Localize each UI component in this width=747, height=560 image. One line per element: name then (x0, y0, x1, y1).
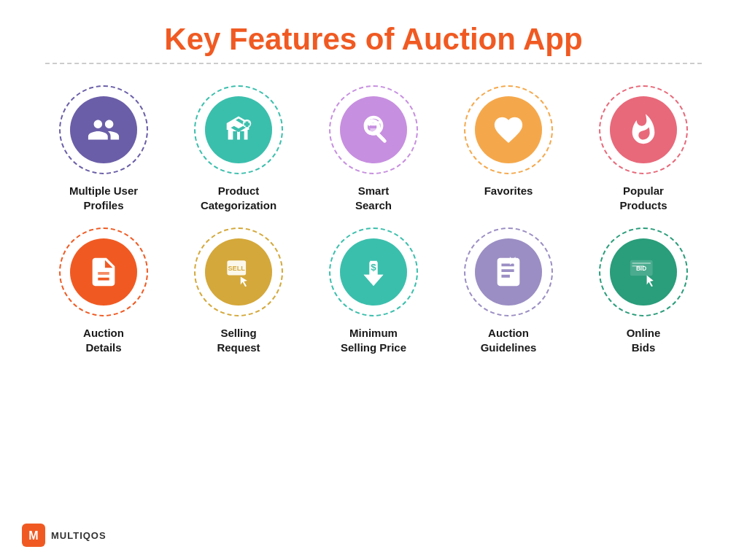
feature-label-fire: PopularProducts (619, 184, 667, 214)
title-plain: Key Features of (164, 22, 401, 56)
svg-text:SELL: SELL (228, 265, 245, 272)
icon-wrapper-guidelines (465, 228, 552, 316)
icon-wrapper-document (60, 228, 147, 316)
svg-line-3 (377, 133, 384, 140)
feature-selling-request: SELL SellingRequest (179, 228, 299, 356)
guidelines-icon (492, 255, 525, 289)
icon-circle-search (340, 96, 407, 163)
icon-circle-heart (475, 96, 542, 163)
feature-multiple-user-profiles: Multiple UserProfiles (44, 86, 164, 214)
feature-label-box: ProductCategorization (201, 184, 276, 214)
feature-label-dollar: MinimumSelling Price (341, 326, 406, 356)
icon-wrapper-sell: SELL (195, 228, 282, 316)
feature-auction-details: AuctionDetails (44, 228, 164, 356)
icon-circle-box (205, 96, 272, 163)
svg-marker-14 (647, 275, 654, 287)
logo-text: MULTIQOS (51, 530, 107, 541)
heart-icon (492, 113, 525, 147)
icon-wrapper-users (60, 86, 147, 174)
icon-circle-dollar: $ $ (340, 238, 407, 306)
feature-auction-guidelines: AuctionGuidelines (449, 228, 569, 356)
page-title: Key Features of Auction App (164, 22, 582, 57)
sell-icon: SELL (222, 255, 255, 289)
features-row-2: AuctionDetails SELL SellingRequest (44, 228, 704, 356)
features-row-1: Multiple UserProfiles ProductCategorizat… (44, 86, 704, 214)
feature-label-search: SmartSearch (355, 184, 392, 214)
svg-marker-7 (241, 276, 247, 287)
icon-wrapper-dollar: $ $ (330, 228, 417, 316)
icon-wrapper-box (195, 86, 282, 174)
svg-text:M: M (28, 529, 38, 542)
bid-icon: BID (627, 255, 660, 289)
feature-smart-search: SmartSearch (314, 86, 434, 214)
feature-online-bids: BID OnlineBids (584, 228, 704, 356)
box-icon (222, 113, 255, 147)
icon-circle-users (70, 96, 137, 163)
document-icon (87, 255, 120, 289)
feature-label-guidelines: AuctionGuidelines (481, 326, 537, 356)
logo-area: M MULTIQOS (22, 524, 107, 547)
icon-circle-guidelines (475, 238, 542, 306)
svg-text:$: $ (371, 262, 376, 273)
svg-rect-13 (632, 265, 644, 266)
feature-label-bid: OnlineBids (627, 326, 661, 356)
feature-label-heart: Favorites (484, 184, 533, 198)
logo-icon: M (22, 524, 45, 547)
icon-wrapper-bid: BID (600, 228, 687, 316)
icon-wrapper-heart (465, 86, 552, 174)
svg-rect-12 (632, 262, 651, 264)
feature-favorites: Favorites (449, 86, 569, 214)
svg-rect-4 (98, 272, 109, 275)
feature-label-sell: SellingRequest (217, 326, 260, 356)
features-grid: Multiple UserProfiles ProductCategorizat… (29, 86, 718, 355)
fire-icon (627, 113, 660, 147)
dollar-icon: $ $ (357, 255, 390, 289)
icon-circle-document (70, 238, 137, 306)
search-icon (357, 113, 390, 147)
feature-label-document: AuctionDetails (83, 326, 124, 356)
icon-circle-sell: SELL (205, 238, 272, 306)
title-divider (45, 63, 702, 64)
icon-wrapper-search (330, 86, 417, 174)
page-container: Key Features of Auction App Multiple Use… (0, 0, 747, 560)
icon-circle-bid: BID (610, 238, 677, 306)
feature-popular-products: PopularProducts (584, 86, 704, 214)
icon-circle-fire (610, 96, 677, 163)
icon-wrapper-fire (600, 86, 687, 174)
title-highlight: Auction App (402, 22, 583, 56)
feature-product-categorization: ProductCategorization (179, 86, 299, 214)
feature-minimum-selling-price: $ $ MinimumSelling Price (314, 228, 434, 356)
feature-label-users: Multiple UserProfiles (69, 184, 138, 214)
users-icon (87, 113, 120, 147)
